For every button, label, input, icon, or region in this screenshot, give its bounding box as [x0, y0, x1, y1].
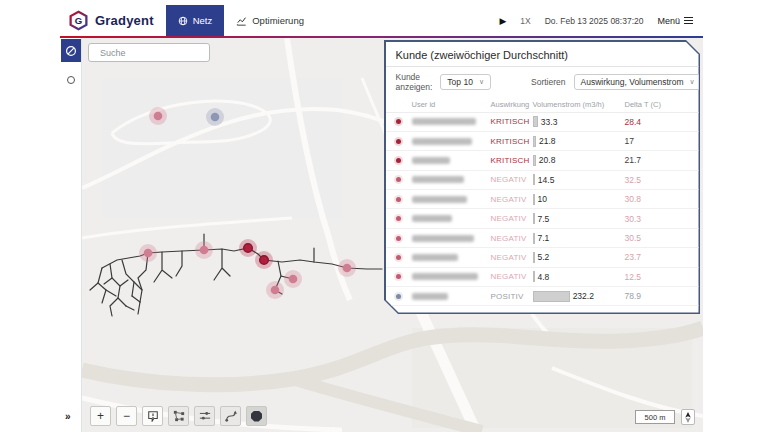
flow-value: 7.5 — [538, 214, 550, 224]
secondary-tool-button[interactable] — [67, 76, 75, 84]
flow-bar — [533, 194, 535, 205]
table-row[interactable]: KRITISCH21.817 — [386, 132, 699, 151]
table-row[interactable]: NEGATIV5.223.7 — [386, 248, 699, 267]
network-layer-button[interactable] — [168, 406, 189, 426]
search-box[interactable] — [88, 43, 210, 62]
flow-value: 33.3 — [541, 117, 558, 127]
zoom-in-button[interactable]: + — [90, 406, 111, 426]
chevron-down-icon: ∨ — [479, 78, 484, 86]
filter-settings-button[interactable] — [194, 406, 215, 426]
table-row[interactable]: POSITIV232.278.9 — [386, 287, 699, 306]
flow-cell: 20.8 — [533, 155, 625, 166]
compass-button[interactable] — [681, 409, 695, 425]
map-node-marker-negativ[interactable] — [338, 259, 356, 277]
flow-bar — [533, 291, 570, 302]
flow-cell: 7.1 — [533, 233, 625, 244]
search-input[interactable] — [100, 48, 217, 58]
delta-t-value: 30.5 — [625, 233, 689, 243]
map-area[interactable]: + − — [82, 38, 703, 432]
panel-controls: Kunde anzeigen: Top 10 ∨ Sortieren Auswi… — [386, 67, 699, 97]
flow-cell: 33.3 — [533, 116, 625, 127]
sort-select[interactable]: Auswirkung, Volumenstrom ∨ — [574, 74, 702, 90]
draw-network-tool-button[interactable] — [61, 39, 81, 62]
datetime-label: Do. Feb 13 2025 08:37:20 — [545, 16, 644, 26]
alert-bubble-button[interactable] — [142, 406, 163, 426]
brand: G Gradyent — [60, 5, 166, 36]
flow-bar — [533, 174, 535, 185]
severity-dot-icon — [396, 274, 401, 279]
left-tool-rail: » — [60, 38, 82, 432]
top-n-select[interactable]: Top 10 ∨ — [440, 74, 491, 90]
topbar-right: ▶ 1X Do. Feb 13 2025 08:37:20 Menü — [499, 5, 703, 36]
flow-value: 10 — [538, 194, 547, 204]
table-row[interactable]: NEGATIV1030.8 — [386, 190, 699, 209]
map-node-marker-negativ[interactable] — [284, 270, 302, 288]
redacted-user-id — [412, 235, 474, 242]
expand-sidebar-icon[interactable]: » — [65, 411, 71, 422]
impact-label: NEGATIV — [491, 214, 533, 223]
customer-panel: Kunde (zweiwöchiger Durchschnitt) Kunde … — [384, 40, 700, 314]
severity-dot-icon — [396, 236, 401, 241]
tab-optimierung-label: Optimierung — [252, 15, 304, 26]
chevron-down-icon: ∨ — [690, 78, 695, 86]
table-row[interactable]: NEGATIV7.130.5 — [386, 229, 699, 248]
flow-value: 14.5 — [538, 175, 555, 185]
impact-label: NEGATIV — [491, 234, 533, 243]
sliders-icon — [199, 410, 211, 422]
menu-label: Menü — [657, 16, 680, 26]
redacted-user-id — [412, 215, 452, 222]
tab-netz-label: Netz — [193, 15, 213, 26]
redacted-user-id — [412, 157, 450, 164]
map-node-marker-negativ[interactable] — [195, 241, 213, 259]
delta-t-value: 78.9 — [625, 291, 689, 301]
map-node-marker-negativ[interactable] — [149, 107, 167, 125]
octagon-icon — [251, 411, 262, 422]
severity-dot-icon — [396, 119, 401, 124]
impact-label: NEGATIV — [491, 272, 533, 281]
flow-cell: 5.2 — [533, 252, 625, 263]
map-node-marker-negativ[interactable] — [266, 281, 284, 299]
severity-dot-icon — [396, 294, 401, 299]
tab-optimierung[interactable]: Optimierung — [224, 5, 316, 36]
severity-dot-icon — [396, 216, 401, 221]
table-header: User id Auswirkung Volumenstrom (m3/h) D… — [386, 97, 699, 113]
panel-title: Kunde (zweiwöchiger Durchschnitt) — [386, 42, 699, 67]
flow-cell: 232.2 — [533, 291, 625, 302]
topbar: G Gradyent Netz Optimierung — [60, 5, 703, 36]
speed-label[interactable]: 1X — [520, 16, 530, 26]
play-button-icon[interactable]: ▶ — [499, 16, 506, 26]
table-row[interactable]: KRITISCH33.328.4 — [386, 113, 699, 132]
table-row[interactable]: NEGATIV7.530.3 — [386, 209, 699, 228]
table-row[interactable]: NEGATIV14.532.5 — [386, 171, 699, 190]
flow-bar — [533, 252, 535, 263]
zoom-out-button[interactable]: − — [116, 406, 137, 426]
tab-netz[interactable]: Netz — [166, 5, 225, 36]
table-row[interactable]: NEGATIV4.812.5 — [386, 268, 699, 287]
table-row[interactable]: KRITISCH20.821.7 — [386, 151, 699, 170]
menu-button[interactable]: Menü — [657, 16, 693, 26]
delta-t-value: 23.7 — [625, 252, 689, 262]
redacted-user-id — [412, 118, 476, 125]
impact-label: NEGATIV — [491, 253, 533, 262]
brand-name: Gradyent — [95, 13, 154, 28]
map-node-marker-positiv[interactable] — [206, 108, 224, 126]
col-auswirkung: Auswirkung — [491, 100, 533, 109]
impact-label: NEGATIV — [491, 175, 533, 184]
route-button[interactable] — [220, 406, 241, 426]
impact-label: KRITISCH — [491, 137, 533, 146]
col-user-id: User id — [412, 100, 491, 109]
layer-toggle-button[interactable] — [246, 406, 267, 426]
flow-cell: 4.8 — [533, 271, 625, 282]
delta-t-value: 30.8 — [625, 194, 689, 204]
flow-value: 5.2 — [538, 252, 550, 262]
delta-t-value: 12.5 — [625, 272, 689, 282]
severity-dot-icon — [396, 255, 401, 260]
alert-bubble-icon — [147, 410, 159, 422]
map-node-marker-kritisch[interactable] — [255, 251, 273, 269]
screenshot: G Gradyent Netz Optimierung — [0, 0, 760, 440]
impact-label: KRITISCH — [491, 156, 533, 165]
map-node-marker-kritisch[interactable] — [239, 239, 257, 257]
map-node-marker-negativ[interactable] — [139, 244, 157, 262]
impact-label: POSITIV — [491, 292, 533, 301]
svg-text:G: G — [75, 15, 82, 26]
